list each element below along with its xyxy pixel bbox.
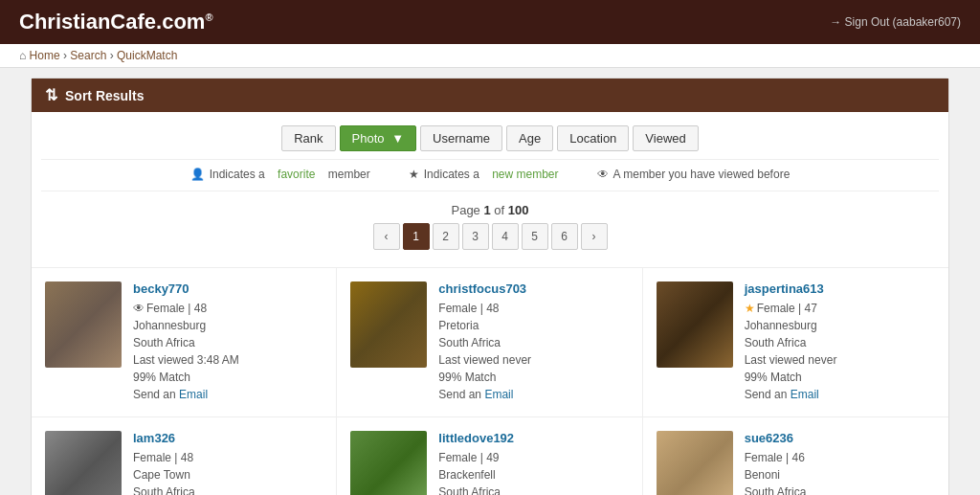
pagination-section: Page 1 of 100 ‹ 1 2 3 4 5 6 › <box>32 191 948 258</box>
pagination: ‹ 1 2 3 4 5 6 › <box>373 223 608 250</box>
member-gender-age: Female | 46 <box>745 451 805 464</box>
member-info: jaspertina613 ★Female | 47 Johannesburg … <box>745 281 935 403</box>
page-3-button[interactable]: 3 <box>462 223 489 250</box>
member-details: Female | 48 Cape Town South Africa Last … <box>133 449 323 495</box>
breadcrumb: ⌂ Home › Search › QuickMatch <box>0 44 980 68</box>
member-match: 99% Match <box>745 371 802 384</box>
member-info: becky770 👁Female | 48 Johannesburg South… <box>133 281 323 403</box>
photo-placeholder <box>350 431 427 495</box>
legend: 👤 Indicates a favorite member ★ Indicate… <box>41 159 939 191</box>
member-photo[interactable] <box>657 281 733 368</box>
sort-icon: ⇅ <box>45 86 57 104</box>
member-username[interactable]: becky770 <box>133 281 323 296</box>
sort-bar: ⇅ Sort Results <box>32 79 948 112</box>
member-username[interactable]: littledove192 <box>438 431 628 445</box>
eye-legend-icon: 👁 <box>597 168 609 181</box>
member-details: 👁Female | 48 Johannesburg South Africa L… <box>133 300 323 403</box>
sort-photo-button[interactable]: Photo ▼ <box>340 125 416 151</box>
person-icon: 👤 <box>190 168 205 181</box>
member-card: lam326 Female | 48 Cape Town South Afric… <box>32 417 337 495</box>
member-email-link[interactable]: Email <box>484 388 513 401</box>
sort-bar-label: Sort Results <box>65 88 144 103</box>
member-email-link[interactable]: Email <box>179 388 208 401</box>
legend-favorite: 👤 Indicates a favorite member <box>190 168 370 181</box>
sort-location-button[interactable]: Location <box>557 125 629 151</box>
sort-rank-button[interactable]: Rank <box>281 125 335 151</box>
page-5-button[interactable]: 5 <box>522 223 548 250</box>
member-last-viewed: Last viewed never <box>438 353 531 367</box>
sort-viewed-button[interactable]: Viewed <box>633 125 698 151</box>
page-prev-button[interactable]: ‹ <box>373 223 400 250</box>
member-photo[interactable] <box>657 431 733 495</box>
page-1-button[interactable]: 1 <box>403 223 430 250</box>
member-country: South Africa <box>745 336 807 349</box>
page-info: Page 1 of 100 <box>32 203 948 217</box>
member-gender-age: Female | 48 <box>438 302 499 315</box>
member-match: 99% Match <box>133 371 190 384</box>
legend-viewed: 👁 A member you have viewed before <box>597 168 791 181</box>
member-details: ★Female | 47 Johannesburg South Africa L… <box>745 300 935 403</box>
member-city: Johannesburg <box>745 319 817 332</box>
member-username[interactable]: jaspertina613 <box>745 281 935 296</box>
page-6-button[interactable]: 6 <box>551 223 578 250</box>
breadcrumb-home[interactable]: Home <box>30 49 60 62</box>
member-gender-age: Female | 48 <box>146 302 207 315</box>
favorite-star-icon: ★ <box>745 302 755 315</box>
member-username[interactable]: sue6236 <box>745 431 935 445</box>
member-username[interactable]: lam326 <box>133 431 323 445</box>
member-card: sue6236 Female | 46 Benoni South Africa … <box>643 417 948 495</box>
star-legend-icon: ★ <box>409 168 419 181</box>
member-details: Female | 48 Pretoria South Africa Last v… <box>438 300 628 403</box>
member-info: lam326 Female | 48 Cape Town South Afric… <box>133 431 323 495</box>
member-card: jaspertina613 ★Female | 47 Johannesburg … <box>643 268 948 417</box>
member-last-viewed: Last viewed never <box>745 353 837 367</box>
site-logo: ChristianCafe.com® <box>19 10 213 34</box>
member-card: becky770 👁Female | 48 Johannesburg South… <box>32 268 337 417</box>
viewed-icon: 👁 <box>133 302 145 315</box>
member-country: South Africa <box>745 485 807 495</box>
member-match: 99% Match <box>438 371 496 384</box>
page-next-button[interactable]: › <box>581 223 608 250</box>
page-2-button[interactable]: 2 <box>433 223 459 250</box>
sort-buttons-container: Rank Photo ▼ Username Age Location Viewe… <box>32 112 948 159</box>
member-info: littledove192 Female | 49 Brackenfell So… <box>438 431 628 495</box>
member-username[interactable]: christfocus703 <box>438 281 628 296</box>
member-grid: becky770 👁Female | 48 Johannesburg South… <box>32 267 948 495</box>
member-details: Female | 49 Brackenfell South Africa Las… <box>438 449 628 495</box>
member-city: Pretoria <box>438 319 479 332</box>
member-photo[interactable] <box>45 431 122 495</box>
legend-new: ★ Indicates a new member <box>409 168 559 181</box>
member-card: littledove192 Female | 49 Brackenfell So… <box>337 417 642 495</box>
photo-placeholder <box>45 281 122 368</box>
member-city: Johannesburg <box>133 319 206 332</box>
photo-placeholder <box>45 431 122 495</box>
member-info: sue6236 Female | 46 Benoni South Africa … <box>745 431 935 495</box>
page-4-button[interactable]: 4 <box>492 223 519 250</box>
member-last-viewed: Last viewed 3:48 AM <box>133 353 239 367</box>
member-city: Cape Town <box>133 468 190 482</box>
member-photo[interactable] <box>350 281 427 368</box>
photo-placeholder <box>657 431 733 495</box>
favorite-link[interactable]: favorite <box>278 168 315 181</box>
member-country: South Africa <box>438 336 501 349</box>
sort-age-button[interactable]: Age <box>506 125 553 151</box>
member-city: Brackenfell <box>438 468 495 482</box>
member-country: South Africa <box>133 336 195 349</box>
signout-button[interactable]: → Sign Out (aabaker607) <box>830 15 961 29</box>
member-photo[interactable] <box>350 431 427 495</box>
member-country: South Africa <box>438 485 501 495</box>
header: ChristianCafe.com® → Sign Out (aabaker60… <box>0 0 980 44</box>
member-photo[interactable] <box>45 281 122 368</box>
member-email-link[interactable]: Email <box>791 388 819 401</box>
main-content: ⇅ Sort Results Rank Photo ▼ Username Age… <box>31 78 949 495</box>
photo-placeholder <box>350 281 427 368</box>
new-member-link[interactable]: new member <box>492 168 558 181</box>
sort-username-button[interactable]: Username <box>420 125 502 151</box>
photo-placeholder <box>657 281 733 368</box>
breadcrumb-search[interactable]: Search <box>70 49 106 62</box>
member-info: christfocus703 Female | 48 Pretoria Sout… <box>438 281 628 403</box>
member-gender-age: Female | 49 <box>438 451 499 464</box>
member-card: christfocus703 Female | 48 Pretoria Sout… <box>337 268 642 417</box>
breadcrumb-quickmatch[interactable]: QuickMatch <box>117 49 177 62</box>
member-gender-age: Female | 47 <box>757 302 817 315</box>
